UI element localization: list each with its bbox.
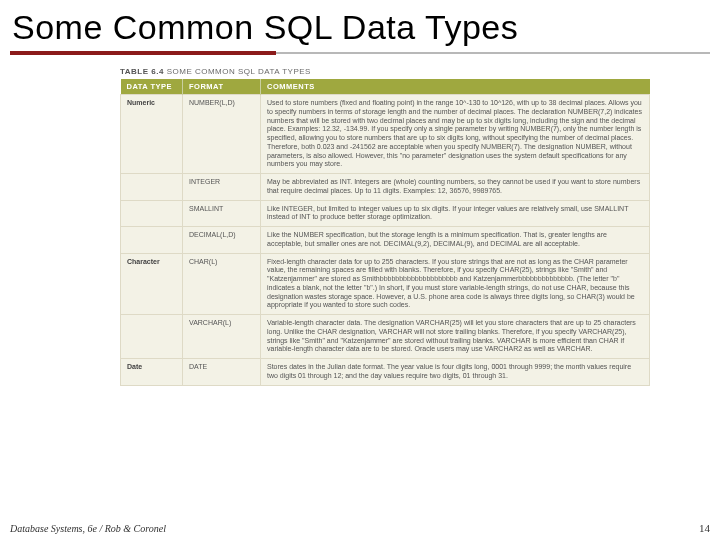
table-row: SMALLINT Like INTEGER, but limited to in… [121, 200, 650, 227]
cell-format: SMALLINT [183, 200, 261, 227]
title-rule [10, 51, 710, 55]
cell-datatype [121, 174, 183, 201]
cell-comments: Like INTEGER, but limited to integer val… [261, 200, 650, 227]
col-header-format: Format [183, 79, 261, 95]
cell-format: DECIMAL(L,D) [183, 227, 261, 254]
cell-datatype [121, 315, 183, 359]
table-row: INTEGER May be abbreviated as INT. Integ… [121, 174, 650, 201]
cell-comments: Like the NUMBER specification, but the s… [261, 227, 650, 254]
cell-format: NUMBER(L,D) [183, 95, 261, 174]
page-title: Some Common SQL Data Types [12, 8, 710, 47]
data-types-table: Data Type Format Comments Numeric NUMBER… [120, 79, 650, 386]
col-header-datatype: Data Type [121, 79, 183, 95]
cell-datatype: Date [121, 359, 183, 386]
cell-datatype [121, 227, 183, 254]
table-row: Numeric NUMBER(L,D) Used to store number… [121, 95, 650, 174]
cell-datatype: Character [121, 253, 183, 315]
table-caption-text: Some Common SQL Data Types [167, 67, 311, 76]
table-header-row: Data Type Format Comments [121, 79, 650, 95]
cell-datatype [121, 200, 183, 227]
slide: Some Common SQL Data Types TABLE 6.4 Som… [0, 0, 720, 540]
cell-format: CHAR(L) [183, 253, 261, 315]
cell-comments: May be abbreviated as INT. Integers are … [261, 174, 650, 201]
cell-format: INTEGER [183, 174, 261, 201]
cell-comments: Fixed-length character data for up to 25… [261, 253, 650, 315]
table-container: TABLE 6.4 Some Common SQL Data Types Dat… [120, 67, 650, 386]
table-row: Character CHAR(L) Fixed-length character… [121, 253, 650, 315]
cell-comments: Used to store numbers (fixed and floatin… [261, 95, 650, 174]
table-row: DECIMAL(L,D) Like the NUMBER specificati… [121, 227, 650, 254]
col-header-comments: Comments [261, 79, 650, 95]
table-number: TABLE 6.4 [120, 67, 164, 76]
cell-format: VARCHAR(L) [183, 315, 261, 359]
page-number: 14 [699, 522, 710, 534]
table-row: VARCHAR(L) Variable-length character dat… [121, 315, 650, 359]
rule-line [276, 52, 710, 54]
cell-comments: Variable-length character data. The desi… [261, 315, 650, 359]
footer-text: Database Systems, 6e / Rob & Coronel [10, 523, 166, 534]
cell-comments: Stores dates in the Julian date format. … [261, 359, 650, 386]
table-row: Date DATE Stores dates in the Julian dat… [121, 359, 650, 386]
rule-accent [10, 51, 276, 55]
table-caption: TABLE 6.4 Some Common SQL Data Types [120, 67, 650, 76]
cell-format: DATE [183, 359, 261, 386]
cell-datatype: Numeric [121, 95, 183, 174]
